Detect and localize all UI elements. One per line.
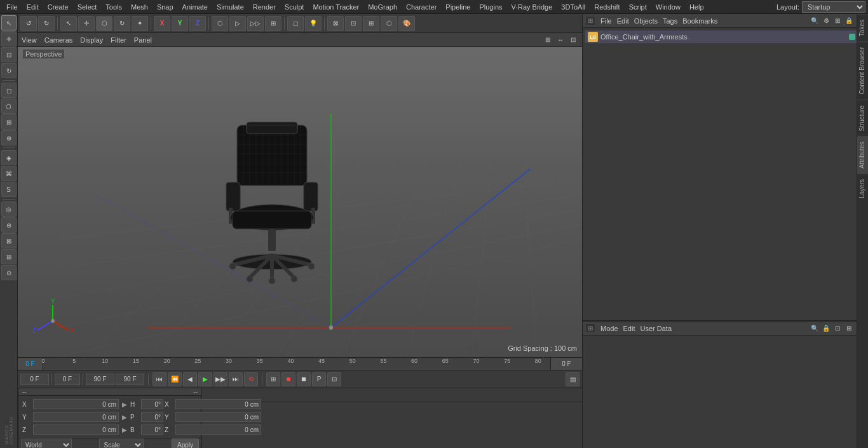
playback-end-field-2[interactable]: [116, 374, 144, 385]
menu-sculpt[interactable]: Sculpt: [281, 2, 308, 12]
x-axis-btn[interactable]: X: [154, 16, 170, 31]
menu-plugins[interactable]: Plugins: [475, 2, 506, 12]
stop-btn[interactable]: ⏹: [297, 372, 311, 386]
skip-to-end-btn[interactable]: ⏭: [229, 372, 243, 386]
side-tab-structure[interactable]: Structure: [857, 100, 868, 137]
autokey-btn[interactable]: ⊡: [327, 372, 341, 386]
om-settings-icon[interactable]: ⚙: [821, 16, 831, 26]
grid-btn[interactable]: ⬡: [381, 16, 397, 31]
coord-input-b[interactable]: [141, 424, 163, 435]
render-region-btn[interactable]: ▷▷: [247, 16, 264, 31]
rotate-mode-btn[interactable]: ↻: [114, 16, 130, 31]
world-select[interactable]: World Local Object: [21, 438, 72, 448]
toolbar-rotate-tool[interactable]: ↻: [1, 63, 17, 78]
am-icon-1[interactable]: 🔍: [810, 323, 820, 334]
menu-motion-tracker[interactable]: Motion Tracker: [309, 2, 363, 12]
playback-start-field[interactable]: [20, 374, 49, 385]
z-axis-btn[interactable]: Z: [189, 16, 206, 31]
coord-input-h[interactable]: [141, 399, 163, 409]
om-menu-file[interactable]: File: [600, 17, 612, 25]
am-menu-mode[interactable]: Mode: [600, 325, 618, 332]
toolbar-animate-mode[interactable]: ⊕: [1, 130, 17, 146]
perspective-btn[interactable]: ⬡: [212, 16, 228, 31]
toolbar-texture-mode[interactable]: ⊞: [1, 114, 17, 130]
camera-btn[interactable]: ◻: [287, 16, 304, 31]
coord-input-y[interactable]: [33, 412, 119, 422]
menu-window[interactable]: Window: [652, 2, 684, 12]
menu-3dto[interactable]: 3DToAll: [557, 2, 589, 12]
vp-menu-cameras[interactable]: Cameras: [44, 36, 73, 44]
side-tab-attributes[interactable]: Attributes: [857, 136, 868, 173]
viewport-canvas[interactable]: Perspective: [18, 47, 582, 357]
om-menu-objects[interactable]: Objects: [634, 17, 658, 25]
toolbar-btn-2[interactable]: ⌘: [1, 166, 17, 181]
am-icon-2[interactable]: 🔒: [821, 323, 831, 334]
toolbar-scale-tool[interactable]: ⊡: [1, 47, 17, 62]
playback-end-field-1[interactable]: [86, 374, 114, 385]
timeline-track[interactable]: 0 5 10 15 20 25 30 35 40 45 50 55 60 65 …: [43, 358, 550, 370]
scale-select[interactable]: Scale Size: [99, 438, 144, 448]
om-menu-edit[interactable]: Edit: [617, 17, 629, 25]
coord-input-x[interactable]: [33, 399, 119, 409]
ipr-btn[interactable]: ⊞: [265, 16, 281, 31]
move-mode-btn[interactable]: ✛: [78, 16, 95, 31]
menu-select[interactable]: Select: [74, 2, 101, 12]
side-tab-takes[interactable]: Takes: [857, 14, 868, 41]
toolbar-model-mode[interactable]: ◻: [1, 83, 17, 98]
undo-btn[interactable]: ↺: [20, 16, 37, 31]
toolbar-btn-1[interactable]: ◈: [1, 150, 17, 165]
am-menu-edit[interactable]: Edit: [623, 325, 635, 332]
vp-icon-3[interactable]: ⊡: [568, 35, 578, 45]
scale-mode-btn[interactable]: ⬡: [96, 16, 112, 31]
toolbar-object-mode[interactable]: ⬡: [1, 98, 17, 114]
vp-icon-1[interactable]: ⊞: [543, 35, 553, 45]
workplane-btn[interactable]: ⊞: [363, 16, 379, 31]
playback-current-field[interactable]: [55, 374, 80, 385]
menu-create[interactable]: Create: [44, 2, 72, 12]
vp-icon-2[interactable]: ↔: [555, 35, 566, 45]
om-menu-tags[interactable]: Tags: [663, 17, 677, 25]
om-object-row[interactable]: L0 Office_Chair_with_Armrests: [585, 31, 865, 43]
coord-input-z[interactable]: [33, 424, 119, 435]
om-search-icon[interactable]: 🔍: [810, 16, 820, 26]
toolbar-btn-8[interactable]: ⊙: [1, 265, 17, 280]
side-tab-layers[interactable]: Layers: [857, 173, 868, 203]
coord-input-y2[interactable]: [175, 412, 261, 422]
menu-animate[interactable]: Animate: [179, 2, 212, 12]
record-btn[interactable]: ⏺: [281, 372, 295, 386]
menu-render[interactable]: Render: [249, 2, 280, 12]
toolbar-select-tool[interactable]: ↖: [1, 15, 17, 31]
layout-dropdown[interactable]: Startup Standard Modeling: [802, 1, 865, 13]
menu-script[interactable]: Script: [625, 2, 651, 12]
snap-btn[interactable]: ⊠: [327, 16, 344, 31]
snap2-btn[interactable]: ⊡: [345, 16, 362, 31]
skip-to-start-btn[interactable]: ⏮: [153, 372, 166, 386]
viewport-color-btn[interactable]: 🎨: [398, 16, 415, 31]
coord-input-z2[interactable]: [175, 424, 261, 435]
om-dot-visibility[interactable]: [849, 34, 855, 40]
play-reverse-btn[interactable]: ◀: [183, 372, 197, 386]
vp-menu-display[interactable]: Display: [80, 36, 103, 44]
om-filter-icon[interactable]: ⊞: [832, 16, 843, 26]
light-btn[interactable]: 💡: [305, 16, 322, 31]
menu-pipeline[interactable]: Pipeline: [442, 2, 474, 12]
toolbar-move-tool[interactable]: ✛: [1, 31, 17, 46]
apply-button[interactable]: Apply: [172, 438, 199, 448]
om-lock-icon[interactable]: 🔒: [844, 16, 854, 26]
play-forward-btn[interactable]: ▶▶: [214, 372, 227, 386]
vp-menu-filter[interactable]: Filter: [111, 36, 126, 44]
select-mode-btn[interactable]: ↖: [60, 16, 77, 31]
play-btn[interactable]: ▶: [198, 372, 212, 386]
menu-vray[interactable]: V-Ray Bridge: [508, 2, 557, 12]
redo-btn[interactable]: ↻: [38, 16, 55, 31]
menu-character[interactable]: Character: [402, 2, 440, 12]
coord-input-p[interactable]: [141, 412, 163, 422]
step-back-btn[interactable]: ⏪: [168, 372, 182, 386]
am-icon-4[interactable]: ⊞: [844, 323, 854, 334]
menu-edit[interactable]: Edit: [23, 2, 43, 12]
menu-redshift[interactable]: Redshift: [590, 2, 623, 12]
coord-input-x2[interactable]: [175, 399, 261, 409]
am-icon-3[interactable]: ⊡: [832, 323, 843, 334]
vp-menu-panel[interactable]: Panel: [134, 36, 152, 44]
toolbar-btn-3[interactable]: S: [1, 182, 17, 197]
